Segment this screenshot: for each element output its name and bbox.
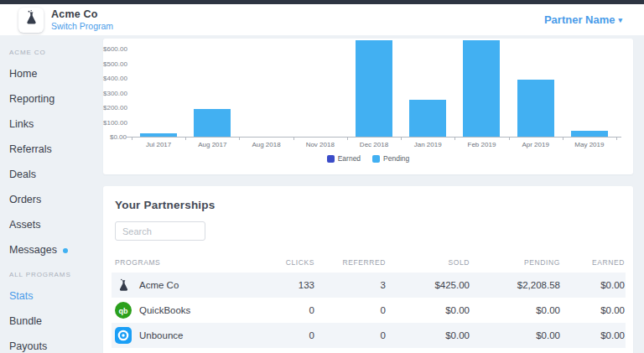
cell-earned: $0.00 <box>560 305 625 315</box>
table-header-row: PROGRAMSCLICKSREFERREDSOLDPENDINGEARNED <box>112 252 626 273</box>
chart-plot-area <box>132 39 616 137</box>
table-row[interactable]: Acme Co1333$425.00$2,208.58$0.00 <box>112 273 626 298</box>
x-axis-category-label: Aug 2017 <box>185 141 239 148</box>
x-axis-category-label: Dec 2018 <box>347 141 401 148</box>
cell-sold: $0.00 <box>386 330 470 340</box>
cell-referred: 3 <box>314 280 386 290</box>
program-name: Unbounce <box>139 330 183 340</box>
x-axis-category-label: Aug 2018 <box>239 141 293 148</box>
y-axis-tick-label: $200.00 <box>103 104 127 112</box>
earned-swatch-icon <box>327 155 335 163</box>
column-header-pending: PENDING <box>470 258 560 267</box>
sidebar-item-stats[interactable]: Stats <box>9 288 103 305</box>
partnerships-table: PROGRAMSCLICKSREFERREDSOLDPENDINGEARNEDA… <box>112 252 626 353</box>
cell-clicks: 0 <box>239 305 314 315</box>
brand-logo-box <box>18 8 44 33</box>
sidebar-section: ACME COHomeReportingLinksReferralsDealsO… <box>9 49 103 259</box>
x-axis-category-label: Jul 2017 <box>132 141 185 148</box>
chart-bar-pending[interactable] <box>409 100 446 137</box>
chart-bar-pending[interactable] <box>356 40 392 137</box>
pending-swatch-icon <box>372 155 380 163</box>
earnings-chart-panel: $600.00$500.00$400.00$300.00$200.00$100.… <box>103 39 633 174</box>
sidebar-item-label: Orders <box>9 195 41 205</box>
legend-item-earned: Earned <box>327 154 361 163</box>
cell-clicks: 0 <box>239 330 314 340</box>
sidebar-section-label: ACME CO <box>9 49 103 56</box>
sidebar-item-payouts[interactable]: Payouts <box>9 338 103 353</box>
sidebar-item-orders[interactable]: Orders <box>9 191 103 209</box>
sidebar-item-links[interactable]: Links <box>9 116 103 133</box>
cell-pending: $0.00 <box>470 330 560 340</box>
column-header-earned: EARNED <box>560 258 625 267</box>
sidebar-item-label: Reporting <box>9 95 55 104</box>
brand: Acme Co Switch Program <box>18 8 113 33</box>
y-axis-tick-label: $400.00 <box>103 75 127 82</box>
chevron-down-icon: ▾ <box>618 16 622 24</box>
brand-subtitle[interactable]: Switch Program <box>51 21 113 31</box>
sidebar-item-bundle[interactable]: Bundle <box>9 313 103 330</box>
y-axis-tick-label: $0.00 <box>103 133 127 141</box>
legend-label: Earned <box>338 154 361 163</box>
legend-label: Pending <box>383 154 409 163</box>
y-axis-tick-label: $100.00 <box>103 119 127 127</box>
svg-text:qb: qb <box>119 307 128 315</box>
brand-text: Acme Co Switch Program <box>51 8 113 31</box>
column-header-referred: REFERRED <box>314 258 386 267</box>
partner-menu[interactable]: Partner Name ▾ <box>544 13 622 26</box>
table-row[interactable]: Asana00$0.00$0.00$0.00 <box>112 348 626 353</box>
search-input[interactable] <box>115 221 205 241</box>
sidebar-item-label: Links <box>9 120 34 129</box>
sidebar-item-label: Bundle <box>9 317 42 326</box>
program-cell: Acme Co <box>112 277 239 293</box>
cell-sold: $425.00 <box>386 280 470 290</box>
column-header-programs: PROGRAMS <box>112 258 239 267</box>
chart-bar-pending[interactable] <box>463 40 500 137</box>
y-axis-tick-label: $300.00 <box>103 90 127 97</box>
sidebar-item-label: Payouts <box>9 342 47 351</box>
quickbooks-icon: qb <box>115 302 132 319</box>
sidebar-item-label: Home <box>9 70 37 79</box>
sidebar-item-assets[interactable]: Assets <box>9 216 103 234</box>
table-row[interactable]: Unbounce00$0.00$0.00$0.00 <box>112 323 626 348</box>
partnerships-panel: Your Partnerships PROGRAMSCLICKSREFERRED… <box>103 186 633 353</box>
chart-bar-pending[interactable] <box>571 131 608 137</box>
sidebar-item-label: Deals <box>9 170 36 179</box>
cell-referred: 0 <box>314 305 386 315</box>
app-header: Acme Co Switch Program Partner Name ▾ <box>0 4 644 35</box>
cell-referred: 0 <box>314 330 386 340</box>
partnerships-title: Your Partnerships <box>115 199 626 211</box>
brand-name: Acme Co <box>51 8 113 20</box>
unread-dot-icon <box>63 248 68 253</box>
program-name: Acme Co <box>139 280 179 290</box>
sidebar-item-reporting[interactable]: Reporting <box>9 91 103 108</box>
program-name: QuickBooks <box>139 305 190 315</box>
legend-item-pending: Pending <box>372 154 409 163</box>
cell-pending: $0.00 <box>470 305 560 315</box>
column-header-sold: SOLD <box>386 258 470 267</box>
y-axis-tick-label: $500.00 <box>103 60 127 68</box>
column-header-clicks: CLICKS <box>239 258 314 267</box>
sidebar-item-label: Assets <box>9 221 41 230</box>
chart-bar-pending[interactable] <box>517 80 554 137</box>
sidebar-item-home[interactable]: Home <box>9 65 103 83</box>
partner-menu-label: Partner Name <box>544 13 615 26</box>
chart-bar-pending[interactable] <box>194 109 231 137</box>
program-cell: Unbounce <box>112 327 239 344</box>
sidebar-item-label: Stats <box>9 292 34 301</box>
sidebar-item-messages[interactable]: Messages <box>9 241 103 259</box>
sidebar-item-deals[interactable]: Deals <box>9 166 103 184</box>
sidebar-item-label: Referrals <box>9 145 52 154</box>
sidebar: ACME COHomeReportingLinksReferralsDealsO… <box>0 35 103 353</box>
table-row[interactable]: qbQuickBooks00$0.00$0.00$0.00 <box>112 298 626 323</box>
sidebar-item-referrals[interactable]: Referrals <box>9 141 103 158</box>
sidebar-section-label: ALL PROGRAMS <box>9 271 103 278</box>
x-axis-category-label: Apr 2019 <box>509 141 563 148</box>
program-cell: qbQuickBooks <box>112 302 239 319</box>
x-axis-line <box>127 137 621 138</box>
cell-pending: $2,208.58 <box>470 280 560 290</box>
flask-icon <box>115 277 132 293</box>
cell-earned: $0.00 <box>560 330 625 340</box>
main-content: $600.00$500.00$400.00$300.00$200.00$100.… <box>103 35 644 353</box>
chart-legend: EarnedPending <box>103 154 633 163</box>
x-axis-category-label: Nov 2018 <box>293 141 347 148</box>
